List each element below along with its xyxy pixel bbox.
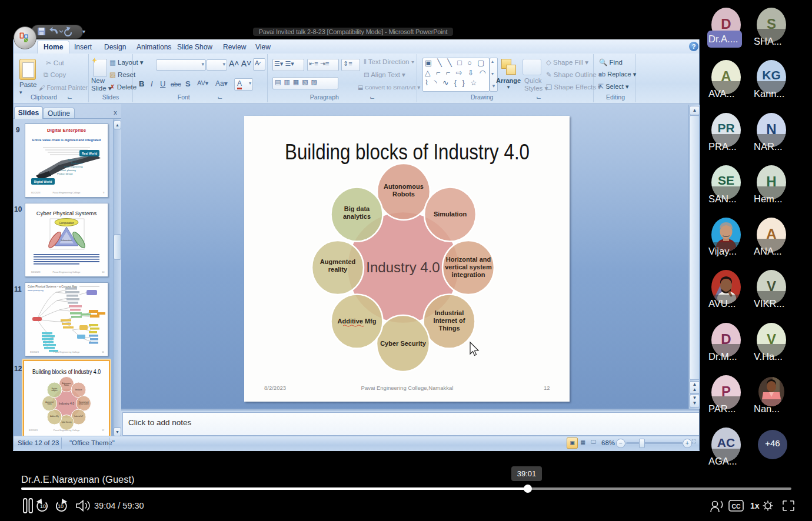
svg-text:8/2/2023: 8/2/2023 (29, 429, 38, 432)
svg-text:10: 10 (40, 503, 46, 509)
svg-text:Services: Services (68, 158, 76, 161)
svg-text:Pavai Engineering College: Pavai Engineering College (54, 351, 80, 353)
svg-text:12: 12 (102, 429, 104, 432)
svg-text:Industrial IoT: Industrial IoT (74, 415, 83, 418)
svg-text:Augmented: Augmented (320, 258, 356, 265)
svg-text:Big data: Big data (344, 205, 370, 212)
svg-text:Industrial: Industrial (435, 309, 464, 316)
svg-text:integration: integration (452, 271, 485, 278)
svg-text:Additive Mfg: Additive Mfg (50, 415, 59, 418)
svg-text:Production: Production (71, 162, 82, 165)
svg-text:reality: reality (328, 266, 348, 273)
svg-text:9: 9 (103, 191, 105, 194)
svg-text:Pavai Engineering College: Pavai Engineering College (54, 429, 80, 432)
svg-text:11: 11 (102, 351, 104, 353)
svg-text:8/2/2023: 8/2/2023 (31, 270, 41, 273)
svg-text:Pavai Engineering College: Pavai Engineering College (52, 191, 81, 194)
svg-text:Cyber Physical Systems: Cyber Physical Systems (36, 210, 97, 216)
svg-text:Simulation: Simulation (434, 211, 467, 218)
svg-text:Horizontal and: Horizontal and (446, 256, 491, 263)
svg-text:Simulation: Simulation (75, 389, 82, 391)
svg-text:Building blocks of Industry 4.: Building blocks of Industry 4.0 (32, 369, 101, 375)
svg-text:Building blocks of Industry 4.: Building blocks of Industry 4.0 (285, 140, 530, 164)
svg-text:reality: reality (48, 403, 52, 405)
svg-text:Cyber Security: Cyber Security (380, 340, 427, 347)
svg-text:Cyber Security: Cyber Security (61, 421, 72, 423)
svg-text:vertical system: vertical system (445, 263, 492, 270)
svg-text:Robots: Robots (64, 384, 69, 386)
svg-text:Computation: Computation (59, 222, 74, 225)
svg-text:8/2/2023: 8/2/2023 (264, 385, 286, 391)
svg-text:Additive Mfg: Additive Mfg (338, 318, 377, 325)
svg-text:Pavai Engineering College: Pavai Engineering College (52, 270, 81, 273)
svg-text:8/2/2023: 8/2/2023 (31, 191, 41, 194)
svg-text:analytics: analytics (343, 213, 371, 220)
svg-text:8/2/2023: 8/2/2023 (30, 351, 39, 353)
svg-text:Robots: Robots (392, 191, 415, 198)
svg-text:12: 12 (544, 385, 550, 391)
svg-text:Things: Things (438, 325, 460, 332)
svg-text:vertical system: vertical system (78, 403, 88, 405)
svg-text:Real World: Real World (82, 152, 97, 155)
svg-text:1x: 1x (750, 501, 760, 510)
svg-text:Prod. engineering: Prod. engineering (64, 165, 83, 168)
svg-text:Industry 4.0: Industry 4.0 (59, 402, 74, 405)
svg-text:Autonomous: Autonomous (384, 183, 424, 190)
svg-text:Prod. planning: Prod. planning (61, 169, 76, 172)
svg-text:CC: CC (731, 503, 741, 510)
svg-text:www.cpsmap.org: www.cpsmap.org (28, 289, 44, 292)
svg-text:Internet of: Internet of (434, 317, 465, 324)
svg-text:Pavai Engineering College,Nama: Pavai Engineering College,Namakkal (361, 385, 454, 391)
svg-text:10: 10 (102, 270, 105, 273)
svg-text:10: 10 (58, 503, 64, 509)
svg-text:Information: Information (61, 239, 72, 242)
svg-text:Product design: Product design (57, 172, 73, 175)
svg-text:Industry 4.0: Industry 4.0 (366, 259, 440, 275)
svg-text:analytics: analytics (51, 389, 58, 392)
svg-text:Digital World: Digital World (34, 180, 52, 183)
